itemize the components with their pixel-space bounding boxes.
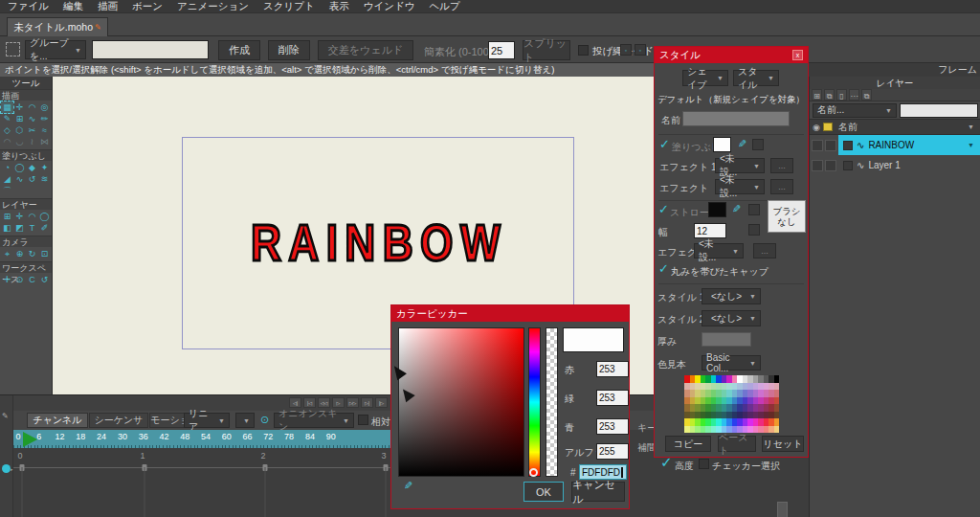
layer-color-toggle[interactable] bbox=[825, 160, 836, 171]
alpha-input[interactable] bbox=[596, 443, 629, 460]
menu-item[interactable]: ウインドウ bbox=[364, 0, 415, 13]
hue-slider[interactable] bbox=[528, 327, 541, 477]
roll-camera-tool-icon[interactable]: ↻ bbox=[26, 248, 38, 259]
playback-button[interactable]: ▷▷ bbox=[346, 397, 359, 408]
lasso-shape-tool-icon[interactable]: ◯ bbox=[13, 162, 26, 173]
lasso-option-icon-2[interactable]: ◦ bbox=[635, 44, 646, 56]
menu-item[interactable]: 表示 bbox=[329, 0, 349, 13]
stroke-color-swatch[interactable] bbox=[708, 202, 726, 217]
note-tool-icon[interactable]: ✐ bbox=[38, 222, 51, 234]
effect2-dropdown[interactable]: <未設...▼ bbox=[715, 179, 765, 194]
playback-button[interactable]: |▷ bbox=[375, 397, 388, 408]
curvature-tool-icon[interactable]: ◠ bbox=[1, 136, 13, 147]
layer-visibility-toggle[interactable] bbox=[812, 140, 823, 151]
alpha-slider[interactable] bbox=[546, 327, 558, 477]
menu-item[interactable]: ファイル bbox=[8, 0, 49, 13]
stroke-checkbox[interactable]: ✓ bbox=[658, 205, 669, 214]
interpolation-dropdown[interactable]: リニア▼ bbox=[184, 413, 230, 428]
zoom-camera-tool-icon[interactable]: ⊕ bbox=[13, 248, 26, 259]
playback-button[interactable]: ▷| bbox=[361, 397, 373, 408]
duplicate-layer-icon[interactable]: ⧉ bbox=[824, 89, 835, 101]
group-select-dropdown[interactable]: グループを...▼ bbox=[25, 40, 86, 59]
stroke-effect-dropdown[interactable]: <未設...▼ bbox=[694, 243, 744, 258]
saturation-value-box[interactable] bbox=[398, 327, 524, 477]
blue-input[interactable] bbox=[596, 418, 629, 435]
canvas-text-rainbow[interactable]: RAINBOW bbox=[230, 213, 528, 272]
layer-status-box[interactable] bbox=[843, 141, 853, 150]
effect1-dropdown[interactable]: <未設...▼ bbox=[715, 158, 765, 173]
shape-dropdown[interactable]: シェイプ▼ bbox=[682, 70, 728, 86]
more-options-icon[interactable]: ⋯ bbox=[849, 89, 859, 101]
paint-bucket-tool-icon[interactable]: ◆ bbox=[26, 162, 38, 173]
playhead[interactable] bbox=[23, 432, 37, 447]
line-width-tool-icon[interactable]: ◢ bbox=[1, 173, 13, 185]
style-dropdown[interactable]: スタイル▼ bbox=[733, 70, 779, 86]
scale-points-tool-icon[interactable]: ◠ bbox=[26, 101, 38, 113]
lasso-mode-checkbox[interactable] bbox=[578, 45, 589, 56]
style2-dropdown[interactable]: <なし>▼ bbox=[702, 310, 761, 326]
thickness-field[interactable] bbox=[702, 332, 751, 347]
menu-item[interactable]: スクリプト bbox=[263, 0, 315, 13]
bend-points-tool-icon[interactable]: ◡ bbox=[13, 136, 26, 147]
eyedropper-icon[interactable]: ✎ bbox=[404, 480, 412, 492]
fill-color-swatch[interactable] bbox=[713, 137, 731, 152]
follow-path-tool-icon[interactable]: ◧ bbox=[1, 222, 13, 234]
stroke-effect-options-button[interactable]: ... bbox=[753, 243, 776, 258]
layers-search-input[interactable] bbox=[900, 103, 978, 118]
rotate-points-tool-icon[interactable]: ◎ bbox=[38, 101, 51, 113]
cycle-toggle-icon[interactable]: ⊙ bbox=[260, 414, 269, 426]
red-input[interactable] bbox=[596, 361, 629, 377]
pan-workspace-tool-icon[interactable]: ✛ bbox=[1, 274, 13, 285]
add-point-tool-icon[interactable]: ✎ bbox=[1, 113, 13, 124]
split-button[interactable]: スプリット bbox=[523, 40, 570, 60]
rotate-workspace-tool-icon[interactable]: C bbox=[26, 274, 38, 285]
sv-selection-marker[interactable] bbox=[398, 386, 414, 403]
track-camera-tool-icon[interactable]: ⌖ bbox=[1, 248, 13, 259]
menu-item[interactable]: ボーン bbox=[132, 0, 163, 13]
copy-button[interactable]: コピー bbox=[665, 436, 711, 452]
fill-checkbox[interactable]: ✓ bbox=[659, 140, 670, 149]
style-name-input[interactable] bbox=[682, 111, 790, 126]
visibility-column-icon[interactable]: ◉ bbox=[810, 123, 823, 132]
stroke-eyedropper-icon[interactable]: ✎ bbox=[732, 203, 741, 215]
palette-swatch[interactable] bbox=[774, 404, 780, 412]
orbit-workspace-tool-icon[interactable]: ↺ bbox=[38, 274, 51, 285]
weld-intersections-button[interactable]: 交差をウェルド bbox=[318, 40, 413, 60]
palette-swatch[interactable] bbox=[774, 397, 780, 405]
paste-button[interactable]: ペースト bbox=[718, 436, 756, 452]
layer-options-icon[interactable]: ▼ bbox=[968, 142, 974, 148]
blob-brush-tool-icon[interactable]: ✏ bbox=[38, 113, 51, 124]
delete-edge-tool-icon[interactable]: ✂ bbox=[26, 124, 38, 136]
palette-swatch[interactable] bbox=[774, 375, 780, 383]
select-points-tool-icon[interactable]: ▦ bbox=[1, 101, 13, 113]
timeline-link-icon[interactable]: ✎ bbox=[2, 412, 9, 420]
layer-color-toggle[interactable] bbox=[825, 140, 836, 151]
delete-layer-icon[interactable]: ▯ bbox=[836, 89, 847, 101]
color-picker-titlebar[interactable]: カラーピッカー bbox=[391, 305, 629, 322]
curve-cap-tool-icon[interactable]: ⌒ bbox=[1, 185, 13, 196]
advanced-checkbox[interactable]: ✓ bbox=[660, 458, 673, 467]
round-cap-checkbox[interactable]: ✓ bbox=[658, 264, 669, 274]
onion-skin-dropdown[interactable]: オニオンスキン▼ bbox=[274, 413, 354, 428]
relative-keyframes-checkbox[interactable] bbox=[358, 415, 368, 425]
scale-layer-tool-icon[interactable]: ◯ bbox=[38, 211, 51, 222]
brush-button[interactable]: ブラシ なし bbox=[768, 200, 806, 233]
delete-shape-tool-icon[interactable]: ✦ bbox=[38, 162, 51, 173]
group-name-input[interactable] bbox=[92, 40, 209, 59]
move-layer-tool-icon[interactable]: ✛ bbox=[13, 211, 26, 222]
zoom-workspace-tool-icon[interactable]: ⊙ bbox=[13, 274, 26, 285]
menu-item[interactable]: アニメーション bbox=[177, 0, 249, 13]
timeline-channel-icon[interactable] bbox=[2, 464, 11, 473]
rotate-layer-tool-icon[interactable]: ◠ bbox=[26, 211, 38, 222]
tab-sequencer[interactable]: シーケンサ bbox=[89, 413, 148, 428]
hue-slider-marker[interactable] bbox=[529, 468, 538, 477]
pan-tilt-camera-tool-icon[interactable]: ⊡ bbox=[38, 248, 51, 259]
color-palette-grid[interactable] bbox=[684, 375, 780, 433]
stroke-width-option-box[interactable] bbox=[748, 224, 760, 236]
palette-swatch[interactable] bbox=[774, 418, 780, 426]
menu-item[interactable]: ヘルプ bbox=[429, 0, 459, 13]
copy-layer-icon[interactable]: ⧉ bbox=[861, 89, 872, 101]
hide-edge-tool-icon[interactable]: ↺ bbox=[26, 173, 38, 185]
noise-tool-icon[interactable]: ≈ bbox=[38, 124, 51, 136]
stroke-exposure-tool-icon[interactable]: ≋ bbox=[38, 173, 51, 185]
